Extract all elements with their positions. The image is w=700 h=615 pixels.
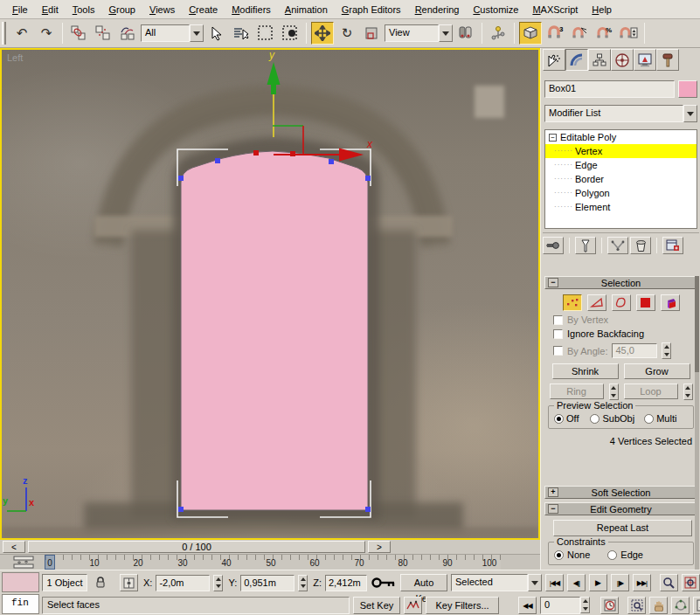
arc-rotate-icon[interactable] bbox=[671, 597, 690, 614]
menu-rendering[interactable]: Rendering bbox=[408, 2, 467, 17]
z-coordinate-field[interactable]: 2,412m bbox=[325, 575, 367, 591]
reference-coordinate-dropdown[interactable]: View bbox=[385, 24, 453, 42]
window-crossing-icon[interactable] bbox=[279, 22, 301, 45]
macro-recorder-pane[interactable] bbox=[2, 572, 39, 592]
vertex-mode-icon[interactable] bbox=[563, 294, 582, 311]
key-filters-button[interactable]: Key Filters... bbox=[426, 597, 499, 614]
object-name-field[interactable]: Box01 bbox=[544, 80, 675, 98]
tab-motion-icon[interactable] bbox=[611, 49, 634, 71]
x-spinner[interactable] bbox=[213, 575, 223, 591]
y-spinner[interactable] bbox=[298, 575, 308, 591]
time-slider-next-button[interactable]: > bbox=[368, 541, 391, 553]
x-coordinate-field[interactable]: -2,0m bbox=[156, 575, 210, 591]
set-key-button[interactable]: Set Key bbox=[353, 597, 400, 614]
chevron-down-icon[interactable] bbox=[528, 574, 542, 591]
auto-key-button[interactable]: Auto Key bbox=[400, 574, 447, 591]
select-and-manipulate-icon[interactable] bbox=[487, 22, 509, 45]
set-keys-key-icon[interactable] bbox=[371, 574, 397, 591]
stack-item-polygon[interactable]: ······ Polygon bbox=[545, 186, 697, 200]
select-and-scale-icon[interactable] bbox=[360, 22, 383, 45]
key-mode-dropdown[interactable]: Selected bbox=[451, 574, 542, 591]
toolbar-drag-handle[interactable] bbox=[2, 22, 6, 45]
undo-icon[interactable]: ↶ bbox=[10, 22, 33, 45]
stack-item-edge[interactable]: ······ Edge bbox=[545, 158, 697, 172]
select-by-name-icon[interactable] bbox=[230, 22, 253, 45]
selection-filter-dropdown[interactable]: All bbox=[141, 24, 204, 42]
edge-mode-icon[interactable] bbox=[587, 294, 606, 311]
menu-file[interactable]: File bbox=[5, 2, 35, 17]
constraints-none-radio[interactable] bbox=[554, 550, 564, 560]
pan-hand-icon[interactable] bbox=[649, 597, 668, 614]
by-angle-checkbox[interactable] bbox=[553, 346, 563, 356]
tab-create-icon[interactable] bbox=[543, 49, 565, 71]
snaps-toggle-icon[interactable] bbox=[519, 22, 542, 45]
menu-customize[interactable]: Customize bbox=[466, 2, 525, 17]
stack-item-editable-poly[interactable]: − Editable Poly bbox=[545, 130, 697, 144]
collapse-icon[interactable]: − bbox=[548, 504, 558, 514]
go-to-start-icon[interactable]: |◀◀ bbox=[545, 574, 564, 591]
selection-rollout-header[interactable]: − Selection bbox=[544, 276, 697, 289]
menu-views[interactable]: Views bbox=[142, 2, 182, 17]
y-coordinate-field[interactable]: 0,951m bbox=[240, 575, 295, 591]
object-color-swatch[interactable] bbox=[678, 80, 697, 98]
menu-help[interactable]: Help bbox=[585, 2, 619, 17]
element-mode-icon[interactable] bbox=[661, 294, 680, 311]
chevron-down-icon[interactable] bbox=[439, 24, 453, 42]
preview-subobj-radio[interactable] bbox=[590, 414, 600, 424]
pin-stack-icon[interactable] bbox=[543, 237, 564, 254]
menu-group[interactable]: Group bbox=[101, 2, 142, 17]
border-mode-icon[interactable] bbox=[612, 294, 631, 311]
show-end-result-icon[interactable] bbox=[575, 237, 596, 254]
collapse-icon[interactable]: − bbox=[548, 278, 558, 287]
select-object-icon[interactable] bbox=[205, 22, 228, 45]
snap-3d-magnet-icon[interactable]: 3 bbox=[544, 22, 566, 45]
frame-spinner[interactable] bbox=[580, 597, 590, 613]
make-unique-icon[interactable] bbox=[607, 237, 628, 254]
region-zoom-icon[interactable] bbox=[627, 597, 646, 614]
panel-scrollbar-thumb[interactable] bbox=[695, 276, 699, 372]
expand-icon[interactable]: + bbox=[548, 487, 558, 497]
rectangular-selection-region-icon[interactable] bbox=[254, 22, 277, 45]
editable-poly-object[interactable] bbox=[181, 151, 368, 510]
previous-frame-icon[interactable]: ◀|| bbox=[567, 574, 586, 591]
ring-button[interactable]: Ring bbox=[550, 384, 604, 399]
menu-maxscript[interactable]: MAXScript bbox=[525, 2, 585, 17]
select-and-move-icon[interactable] bbox=[311, 22, 334, 45]
ignore-backfacing-checkbox[interactable] bbox=[553, 329, 563, 339]
edit-geometry-rollout-header[interactable]: − Edit Geometry bbox=[544, 502, 697, 515]
menu-edit[interactable]: Edit bbox=[35, 2, 66, 17]
viewport-left[interactable]: y x z y x Left bbox=[0, 48, 540, 540]
stack-item-border[interactable]: ······ Border bbox=[545, 172, 697, 186]
preview-multi-radio[interactable] bbox=[644, 414, 654, 424]
spinner-snap-magnet-icon[interactable] bbox=[617, 22, 640, 45]
chevron-down-icon[interactable] bbox=[683, 105, 697, 122]
unlink-selection-icon[interactable] bbox=[92, 22, 114, 45]
repeat-last-button[interactable]: Repeat Last bbox=[553, 520, 692, 536]
loop-button[interactable]: Loop bbox=[624, 384, 678, 399]
zoom-icon[interactable] bbox=[660, 574, 678, 591]
bind-to-space-warp-icon[interactable] bbox=[116, 22, 139, 45]
time-slider-thumb[interactable]: 0 / 100 bbox=[28, 541, 365, 553]
current-frame-field[interactable]: 0 bbox=[540, 597, 580, 614]
select-and-rotate-icon[interactable]: ↻ bbox=[336, 22, 358, 45]
grow-button[interactable]: Grow bbox=[624, 363, 690, 379]
percent-snap-magnet-icon[interactable]: % bbox=[593, 22, 615, 45]
selection-lock-icon[interactable] bbox=[91, 574, 109, 591]
preview-off-radio[interactable] bbox=[554, 414, 564, 424]
constraints-edge-radio[interactable] bbox=[607, 550, 617, 560]
new-key-default-in-out-icon[interactable] bbox=[404, 597, 422, 614]
maximize-viewport-toggle-icon[interactable] bbox=[693, 597, 700, 614]
loop-spinner[interactable] bbox=[683, 384, 693, 400]
go-to-end-icon[interactable]: ▶▶| bbox=[633, 574, 651, 591]
tab-display-icon[interactable] bbox=[634, 49, 656, 71]
absolute-mode-toggle-icon[interactable] bbox=[120, 574, 138, 591]
tab-modify-icon[interactable] bbox=[565, 49, 588, 71]
track-bar[interactable]: 0 10 20 30 40 50 60 70 80 90 100 bbox=[0, 554, 540, 570]
by-angle-field[interactable]: 45,0 bbox=[612, 343, 657, 358]
by-angle-spinner[interactable] bbox=[662, 342, 671, 359]
redo-icon[interactable]: ↷ bbox=[35, 22, 58, 45]
modifier-list-dropdown[interactable]: Modifier List bbox=[544, 105, 697, 122]
tab-utilities-icon[interactable] bbox=[656, 49, 679, 71]
by-vertex-checkbox[interactable] bbox=[553, 315, 563, 325]
next-frame-icon[interactable]: ||▶ bbox=[611, 574, 629, 591]
